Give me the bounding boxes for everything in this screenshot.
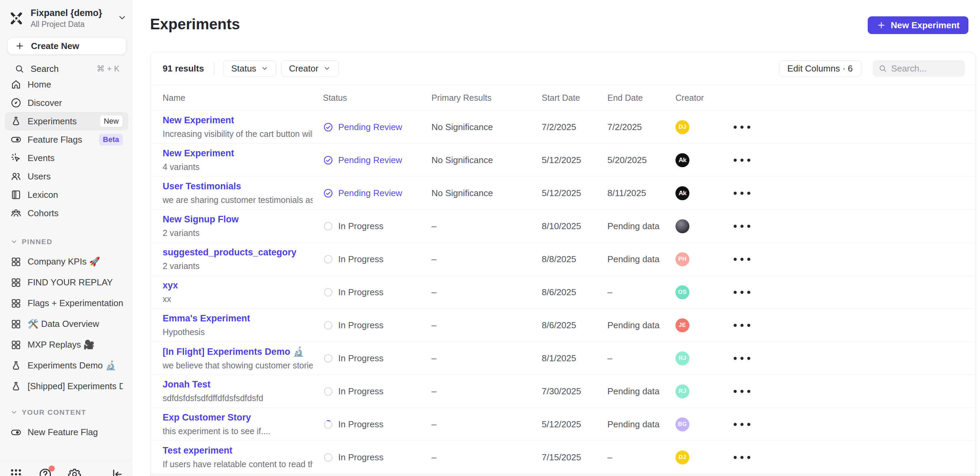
row-menu-button[interactable] <box>733 252 750 266</box>
table-body: New ExperimentIncreasing visibility of t… <box>150 110 975 474</box>
column-header-creator: Creator <box>675 93 730 103</box>
experiment-link[interactable]: xyx <box>163 280 313 291</box>
sidebar-item-company-kpis[interactable]: Company KPIs 🚀 <box>5 251 128 272</box>
experiment-link[interactable]: Emma's Experiment <box>163 313 313 324</box>
experiment-link[interactable]: User Testimonials <box>163 181 313 192</box>
row-menu-button[interactable] <box>733 450 750 465</box>
row-menu-button[interactable] <box>733 417 750 431</box>
primary-results-cell: – <box>431 221 542 232</box>
creator-cell: DJ <box>675 450 730 465</box>
experiment-link[interactable]: New Signup Flow <box>163 214 313 225</box>
end-date-cell: – <box>608 287 675 297</box>
experiment-link[interactable]: New Experiment <box>163 115 313 126</box>
start-date-cell: 7/2/2025 <box>542 122 608 133</box>
sidebar-item-new-feature-flag[interactable]: New Feature Flag <box>5 422 128 442</box>
row-menu-button[interactable] <box>733 351 750 365</box>
sidebar: Fixpanel {demo} All Project Data Create … <box>0 0 132 476</box>
collapse-sidebar-icon[interactable] <box>109 467 124 476</box>
project-scope: All Project Data <box>30 20 102 29</box>
table-search-input[interactable] <box>891 63 959 74</box>
creator-avatar: DJ <box>675 450 689 465</box>
settings-gear-icon[interactable] <box>67 467 82 476</box>
experiment-link[interactable]: Jonah Test <box>163 379 313 390</box>
primary-results-cell: – <box>431 320 542 331</box>
sidebar-search[interactable]: Search ⌘ + K <box>8 61 126 77</box>
sidebar-item-users[interactable]: Users <box>5 167 128 185</box>
table-row: suggested_products_category2 variantsIn … <box>150 243 975 275</box>
row-menu-button[interactable] <box>733 219 750 233</box>
sidebar-item-find-your-replay[interactable]: FIND YOUR REPLAY <box>5 272 128 293</box>
toggle-icon <box>10 134 22 145</box>
experiment-link[interactable]: suggested_products_category <box>163 247 313 258</box>
row-menu-button[interactable] <box>733 120 750 134</box>
row-menu-button[interactable] <box>733 186 750 200</box>
book-icon <box>10 189 22 201</box>
board-icon <box>10 277 22 288</box>
sidebar-item-label: Experiments Demo 🔬 <box>27 360 116 371</box>
sidebar-item-data-overview[interactable]: 🛠️ Data Overview <box>5 313 128 334</box>
in-progress-icon <box>323 353 334 364</box>
experiment-subtitle: Hypothesis <box>163 327 313 337</box>
primary-results-cell: – <box>431 419 542 430</box>
section-title: PINNED <box>22 238 52 246</box>
sidebar-item-mxp-replays[interactable]: MXP Replays 🎥 <box>5 334 128 355</box>
pending-review-icon <box>323 155 334 166</box>
sidebar-item-home[interactable]: Home <box>5 75 128 94</box>
experiment-link[interactable]: Exp Customer Story <box>163 412 313 423</box>
status-label: Pending Review <box>338 122 402 133</box>
create-new-button[interactable]: Create New <box>8 37 126 54</box>
sidebar-item-flags-experimentation-demo[interactable]: Flags + Experimentation Demo , <box>5 293 128 313</box>
sidebar-item-label: Experiments <box>27 116 77 127</box>
search-icon <box>14 64 24 74</box>
section-header-pinned[interactable]: PINNED <box>5 232 128 251</box>
sidebar-item-label: Company KPIs 🚀 <box>27 256 100 267</box>
experiment-link[interactable]: [In Flight] Experiments Demo 🔬 <box>163 346 313 357</box>
board-icon <box>10 256 22 268</box>
help-icon[interactable] <box>38 467 52 476</box>
in-progress-icon <box>323 320 334 331</box>
search-label: Search <box>30 64 59 74</box>
start-date-cell: 8/1/2025 <box>542 353 608 364</box>
row-menu-button[interactable] <box>733 318 750 332</box>
experiment-link[interactable]: New Experiment <box>163 148 313 159</box>
row-menu-button[interactable] <box>733 285 750 299</box>
edit-columns-button[interactable]: Edit Columns · 6 <box>779 60 861 77</box>
sidebar-section-pinned: PINNEDCompany KPIs 🚀FIND YOUR REPLAYFlag… <box>5 232 128 397</box>
creator-avatar: JE <box>675 318 689 332</box>
creator-filter-button[interactable]: Creator <box>281 60 339 77</box>
sidebar-item-feature-flags[interactable]: Feature FlagsBeta <box>5 130 128 149</box>
sidebar-item-label: MXP Replays 🎥 <box>27 339 95 350</box>
chevron-down-icon <box>261 65 269 72</box>
sidebar-item-cohorts[interactable]: Cohorts <box>5 204 128 222</box>
search-shortcut: ⌘ + K <box>97 64 119 73</box>
cursor-click-icon <box>10 152 22 164</box>
sidebar-item-experiments-demo[interactable]: Experiments Demo 🔬 <box>5 355 128 376</box>
status-label: In Progress <box>338 320 383 331</box>
status-filter-button[interactable]: Status <box>223 60 276 77</box>
creator-avatar: DJ <box>675 120 689 134</box>
section-header-your-content[interactable]: YOUR CONTENT <box>5 403 128 422</box>
edit-columns-label: Edit Columns · 6 <box>788 63 853 74</box>
sidebar-item-label: Feature Flags <box>27 134 82 145</box>
end-date-cell: 5/20/2025 <box>608 155 675 166</box>
row-menu-button[interactable] <box>733 153 750 167</box>
row-menu-button[interactable] <box>733 384 750 398</box>
sidebar-item-discover[interactable]: Discover <box>5 94 128 112</box>
creator-avatar: PH <box>675 252 689 266</box>
new-experiment-label: New Experiment <box>891 20 959 30</box>
sidebar-item-lexicon[interactable]: Lexicon <box>5 185 128 204</box>
chevron-down-icon <box>10 409 18 416</box>
project-switcher[interactable]: Fixpanel {demo} All Project Data <box>8 8 127 29</box>
sidebar-item-shipped-experiments-demo[interactable]: [Shipped] Experiments Demo 🖊️ <box>5 376 128 397</box>
experiment-link[interactable]: Test experiment <box>163 446 313 456</box>
in-progress-icon <box>323 386 334 397</box>
apps-grid-icon[interactable] <box>9 467 23 476</box>
sidebar-item-experiments[interactable]: ExperimentsNew <box>5 112 128 130</box>
board-icon <box>10 318 22 330</box>
primary-results-cell: – <box>431 287 542 297</box>
status-label: In Progress <box>338 353 383 364</box>
main-content: Experiments New Experiment 91 results St… <box>132 0 980 476</box>
new-experiment-button[interactable]: New Experiment <box>868 16 969 34</box>
sidebar-item-label: Cohorts <box>27 208 59 219</box>
sidebar-item-events[interactable]: Events <box>5 149 128 167</box>
